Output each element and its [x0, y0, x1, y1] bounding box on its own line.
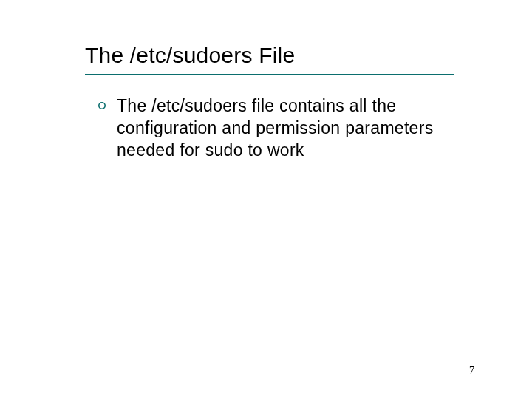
page-number: 7 [469, 365, 474, 377]
svg-point-0 [99, 103, 105, 109]
slide-title: The /etc/sudoers File [85, 43, 295, 68]
bullet-marker-icon [98, 95, 117, 117]
slide: The /etc/sudoers File The /etc/sudoers f… [0, 0, 532, 399]
slide-body: The /etc/sudoers file contains all the c… [98, 95, 467, 161]
bullet-item: The /etc/sudoers file contains all the c… [98, 95, 467, 161]
bullet-text: The /etc/sudoers file contains all the c… [117, 95, 467, 161]
title-underline [85, 74, 454, 75]
